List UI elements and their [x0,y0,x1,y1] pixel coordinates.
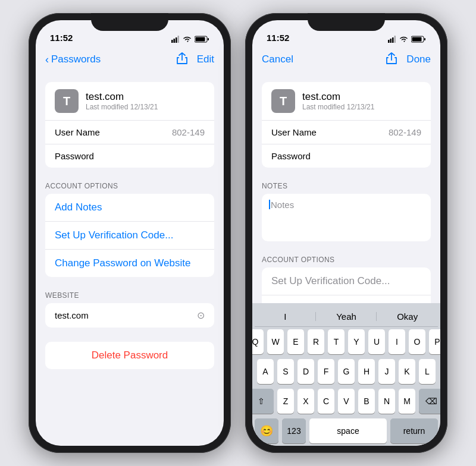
key-w[interactable]: W [267,329,284,354]
key-z[interactable]: Z [277,389,294,414]
add-notes-btn-1[interactable]: Add Notes [45,194,214,221]
keyboard-suggestions-2: I Yeah Okay [255,307,438,327]
svg-rect-0 [171,40,173,43]
username-value-2: 802-149 [331,127,421,137]
key-i[interactable]: I [389,329,405,354]
username-row-2[interactable]: User Name 802-149 [262,120,431,144]
share-icon-1[interactable] [177,52,187,67]
nav-bar-1: ‹ Passwords Edit [36,46,224,73]
site-header-1: T test.com Last modified 12/13/21 [45,82,214,120]
site-section-1: T test.com Last modified 12/13/21 User N… [36,82,224,168]
change-password-btn-1[interactable]: Change Password on Website [45,249,214,277]
website-card-1: test.com ⊙ [45,303,214,328]
site-header-2: T test.com Last modified 12/13/21 [262,82,431,120]
site-card-1: T test.com Last modified 12/13/21 User N… [45,82,214,168]
numbers-key[interactable]: 123 [282,418,306,443]
key-row-3: ⇧ Z X C V B N M ⌫ [255,389,438,414]
setup-verification-btn-2[interactable]: Set Up Verification Code... [262,267,431,295]
key-o[interactable]: O [409,329,425,354]
website-row-1[interactable]: test.com ⊙ [45,303,214,328]
phone-2: 11:52 [245,13,447,453]
key-n[interactable]: N [378,389,395,414]
key-g[interactable]: G [338,359,355,384]
phone-1: 11:52 [29,13,231,453]
delete-button-1[interactable]: Delete Password [45,342,214,369]
key-m[interactable]: M [399,389,415,414]
key-q[interactable]: Q [252,329,264,354]
content-1: T test.com Last modified 12/13/21 User N… [36,73,224,446]
svg-rect-8 [390,39,392,43]
wifi-icon [183,36,192,43]
signal-icon [171,36,180,43]
battery-icon [195,36,209,43]
wifi-icon-2 [399,36,408,43]
key-u[interactable]: U [368,329,385,354]
notch-1 [91,13,168,31]
password-row-1[interactable]: Password [45,144,214,168]
nav-actions-2: Done [386,52,431,67]
key-a[interactable]: A [257,359,274,384]
username-row-1[interactable]: User Name 802-149 [45,120,214,144]
battery-icon-2 [411,36,426,43]
svg-rect-12 [412,37,422,42]
site-card-2: T test.com Last modified 12/13/21 User N… [262,82,431,168]
key-h[interactable]: H [358,359,375,384]
keyboard-rows-2: Q W E R T Y U I O P A S D F G [255,329,438,443]
account-options-card-1: Add Notes Set Up Verification Code... Ch… [45,194,214,277]
site-info-2: test.com Last modified 12/13/21 [302,91,421,111]
change-password-btn-2[interactable]: Change Password on Website [262,295,431,303]
key-r[interactable]: R [308,329,324,354]
screen-1: 11:52 [36,20,224,446]
key-v[interactable]: V [338,389,355,414]
site-modified-1: Last modified 12/13/21 [86,103,205,111]
key-t[interactable]: T [328,329,345,354]
suggestion-yeah[interactable]: Yeah [316,309,377,324]
nav-actions-1: Edit [177,52,214,67]
key-j[interactable]: J [378,359,395,384]
key-k[interactable]: K [399,359,415,384]
key-row-bottom: 😊 123 space return [255,418,438,443]
site-name-1: test.com [86,91,205,103]
website-section-1: WEBSITE test.com ⊙ [36,291,224,328]
edit-button-1[interactable]: Edit [197,53,214,65]
status-time-2: 11:52 [267,33,289,43]
return-key[interactable]: return [390,418,438,443]
back-label-1[interactable]: Passwords [51,53,101,65]
key-c[interactable]: C [318,389,334,414]
site-icon-2: T [271,89,295,113]
key-x[interactable]: X [298,389,314,414]
notes-card-2: Notes [262,194,431,241]
setup-verification-btn-1[interactable]: Set Up Verification Code... [45,221,214,249]
space-key[interactable]: space [309,418,387,443]
site-section-2: T test.com Last modified 12/13/21 User N… [252,82,440,168]
status-time-1: 11:52 [50,33,73,43]
suggestion-okay[interactable]: Okay [377,309,438,324]
key-s[interactable]: S [277,359,294,384]
website-label-1: WEBSITE [36,291,224,300]
password-row-2[interactable]: Password [262,144,431,168]
key-e[interactable]: E [287,329,304,354]
key-y[interactable]: Y [348,329,365,354]
key-b[interactable]: B [358,389,375,414]
account-options-card-2: Set Up Verification Code... Change Passw… [262,267,431,303]
account-options-label-2: ACCOUNT OPTIONS [252,256,440,264]
share-icon-2[interactable] [386,52,397,67]
delete-key[interactable]: ⌫ [419,389,440,414]
svg-rect-6 [208,38,209,40]
site-info-1: test.com Last modified 12/13/21 [86,91,205,111]
done-button-2[interactable]: Done [406,53,431,65]
key-p[interactable]: P [429,329,440,354]
key-d[interactable]: D [298,359,314,384]
back-button-1[interactable]: ‹ Passwords [45,53,101,65]
account-options-label-1: ACCOUNT OPTIONS [36,182,224,190]
svg-rect-9 [392,37,394,43]
site-name-2: test.com [302,91,421,103]
cancel-button-2[interactable]: Cancel [262,53,293,65]
suggestion-i[interactable]: I [255,309,316,324]
key-l[interactable]: L [419,359,436,384]
emoji-key[interactable]: 😊 [255,418,278,443]
notes-placeholder-2[interactable]: Notes [271,200,294,210]
key-f[interactable]: F [318,359,334,384]
shift-key[interactable]: ⇧ [252,389,274,414]
compass-icon-1: ⊙ [197,310,205,321]
